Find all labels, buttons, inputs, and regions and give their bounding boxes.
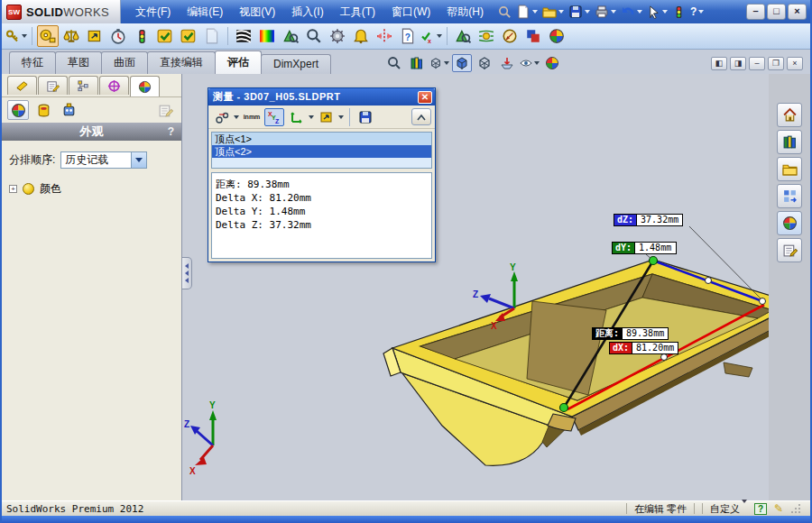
menu-insert[interactable]: 插入(I)	[284, 2, 330, 23]
appearance-tree-item[interactable]: + 颜色	[2, 169, 181, 197]
menu-file[interactable]: 文件(F)	[128, 2, 178, 23]
floxpress-icon[interactable]	[475, 25, 497, 47]
distance-annotation[interactable]: 距离:89.38mm	[592, 327, 669, 340]
pane-left-icon[interactable]: ◧	[711, 57, 727, 70]
coordinate-system-icon[interactable]	[287, 108, 314, 126]
status-pen-icon[interactable]: ✎	[774, 502, 783, 515]
simulationxpress-icon[interactable]	[452, 25, 474, 47]
check-document-icon[interactable]	[154, 25, 176, 47]
close-button[interactable]: ×	[788, 4, 807, 20]
tab-dimxpert[interactable]: DimXpert	[261, 54, 331, 74]
units-precision-icon[interactable]: inmm	[242, 108, 262, 126]
view-appearances-icon[interactable]	[7, 100, 29, 120]
collapse-dialog-icon[interactable]	[411, 108, 431, 125]
view-orientation-icon[interactable]	[429, 54, 449, 72]
list-item-vertex2[interactable]: 顶点<2>	[212, 145, 431, 158]
minimize-button[interactable]: –	[746, 4, 765, 20]
menu-help[interactable]: 帮助(H)	[439, 2, 491, 23]
view-decals-icon[interactable]	[32, 100, 54, 120]
print-button[interactable]	[593, 4, 618, 20]
measure-dialog[interactable]: 测量 - 3D07_H05.SLDPRT ✕ inmm XYZ 顶点<1> 顶点…	[208, 87, 436, 262]
status-customize[interactable]: 自定义	[710, 502, 747, 516]
tab-evaluate[interactable]: 评估	[215, 50, 262, 74]
check-active-document-icon[interactable]	[178, 25, 199, 47]
curvature-icon[interactable]	[256, 25, 278, 47]
view-palette-icon[interactable]	[777, 184, 802, 208]
custom-properties-icon[interactable]	[777, 238, 802, 262]
costing-icon[interactable]	[546, 25, 567, 47]
sort-order-select[interactable]: 历史记载	[60, 151, 147, 169]
realview-icon[interactable]	[542, 54, 562, 72]
doc-minimize-button[interactable]: –	[749, 57, 765, 70]
list-item-vertex1[interactable]: 顶点<1>	[212, 133, 431, 145]
save-results-icon[interactable]	[355, 108, 375, 126]
resize-grip-icon[interactable]	[790, 503, 801, 514]
undo-button[interactable]	[619, 4, 644, 20]
new-document-button[interactable]	[514, 4, 540, 20]
panel-help-icon[interactable]: ?	[168, 125, 174, 138]
dfmxpress-icon[interactable]	[499, 25, 521, 47]
property-manager-tab[interactable]	[38, 76, 68, 95]
part-boss[interactable]	[724, 362, 752, 377]
measure-selection-list[interactable]: 顶点<1> 顶点<2>	[211, 132, 432, 169]
design-library-icon[interactable]	[777, 130, 802, 154]
dz-annotation[interactable]: dZ:37.32mm	[614, 214, 683, 226]
dz-mid-handle[interactable]	[706, 278, 712, 284]
help-button[interactable]: ?	[688, 5, 706, 19]
maximize-button[interactable]: □	[767, 4, 786, 20]
thickness-analysis-icon[interactable]	[327, 25, 348, 47]
tab-direct-editing[interactable]: 直接编辑	[147, 51, 216, 74]
appearances-tab-icon[interactable]	[777, 211, 802, 235]
tab-surfaces[interactable]: 曲面	[101, 51, 148, 74]
menu-window[interactable]: 窗口(W)	[384, 2, 438, 23]
expand-icon[interactable]: +	[9, 185, 17, 193]
tab-features[interactable]: 特征	[9, 51, 56, 74]
error-diagnostics-icon[interactable]	[350, 25, 372, 47]
dz-end-handle[interactable]	[760, 298, 766, 305]
driveworksxpress-icon[interactable]	[522, 25, 544, 47]
pane-right-icon[interactable]: ◨	[730, 57, 746, 70]
verification-icon[interactable]	[420, 25, 442, 47]
save-button[interactable]	[567, 4, 592, 20]
doc-close-button[interactable]: ×	[787, 57, 803, 70]
combo-arrow-icon[interactable]	[131, 152, 146, 168]
select-cursor-button[interactable]	[645, 5, 669, 20]
menu-view[interactable]: 视图(V)	[232, 2, 282, 23]
dx-annotation[interactable]: dX:81.20mm	[609, 342, 678, 354]
apply-scene-icon[interactable]	[407, 54, 427, 72]
view-settings-icon[interactable]	[520, 54, 540, 72]
import-diagnostics-icon[interactable]	[397, 25, 419, 47]
arc-measure-icon[interactable]	[212, 108, 239, 126]
draft-analysis-icon[interactable]	[280, 25, 301, 47]
doc-restore-button[interactable]: ❐	[768, 57, 784, 70]
show-xyz-icon[interactable]: XYZ	[264, 108, 284, 126]
vertex-1-point[interactable]	[650, 257, 658, 265]
rebuild-button[interactable]	[670, 5, 687, 20]
performance-evaluation-icon[interactable]	[107, 25, 129, 47]
section-properties-icon[interactable]	[84, 25, 106, 47]
dx-mid-handle[interactable]	[661, 354, 668, 361]
export-results-icon[interactable]	[317, 108, 344, 126]
status-help-icon[interactable]: ?	[754, 503, 767, 515]
zoom-to-fit-icon[interactable]	[384, 54, 404, 72]
search-icon[interactable]	[496, 5, 513, 20]
tab-sketch[interactable]: 草图	[55, 51, 102, 74]
dy-annotation[interactable]: dY:1.48mm	[612, 242, 677, 254]
dimxpert-manager-tab[interactable]	[99, 76, 129, 95]
section-view-icon[interactable]	[497, 54, 517, 72]
display-style-shaded-icon[interactable]	[452, 54, 472, 72]
mass-properties-icon[interactable]	[60, 25, 82, 47]
configuration-manager-tab[interactable]	[69, 76, 98, 95]
symmetry-check-icon[interactable]	[374, 25, 395, 47]
undercut-analysis-icon[interactable]	[303, 25, 325, 47]
display-style-wireframe-icon[interactable]	[475, 54, 494, 72]
measure-tool-icon[interactable]	[37, 25, 59, 47]
home-tab-icon[interactable]	[777, 103, 802, 127]
panel-collapse-handle[interactable]	[182, 257, 192, 289]
file-explorer-icon[interactable]	[777, 157, 802, 181]
view-scene-lights-icon[interactable]	[58, 100, 79, 120]
menu-tools[interactable]: 工具(T)	[333, 2, 383, 23]
vertex-2-point[interactable]	[560, 404, 568, 412]
measure-dialog-titlebar[interactable]: 测量 - 3D07_H05.SLDPRT ✕	[208, 88, 435, 106]
zebra-stripes-icon[interactable]	[233, 25, 254, 47]
